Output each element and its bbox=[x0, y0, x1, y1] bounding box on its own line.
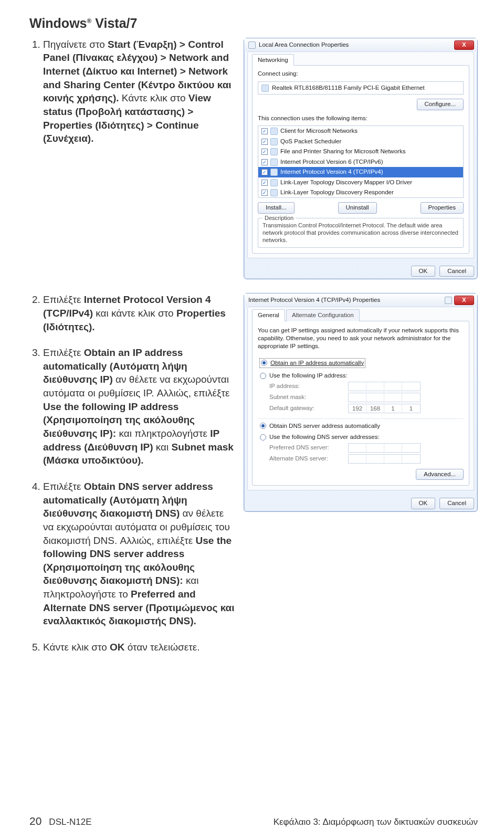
list-item-selected[interactable]: ✓Internet Protocol Version 4 (TCP/IPv4) bbox=[258, 167, 463, 177]
step-1-text-2: Κάντε κλικ στο bbox=[122, 92, 188, 103]
radio-icon bbox=[260, 423, 266, 429]
field-subnet-mask: Subnet mask: bbox=[269, 393, 464, 402]
radio-label: Obtain DNS server address automatically bbox=[269, 422, 380, 431]
title-text: Windows bbox=[29, 16, 87, 30]
step-2: Επιλέξτε Internet Protocol Version 4 (TC… bbox=[43, 293, 237, 333]
cancel-button[interactable]: Cancel bbox=[439, 266, 474, 277]
step-2-text-2: και κάντε κλικ στο bbox=[96, 308, 176, 319]
ip-input[interactable] bbox=[348, 393, 421, 402]
radio-icon bbox=[261, 360, 267, 366]
ipv4-intro-text: You can get IP settings assigned automat… bbox=[258, 327, 464, 350]
ip-input[interactable] bbox=[348, 382, 421, 391]
list-item-label: Internet Protocol Version 6 (TCP/IPv6) bbox=[280, 158, 383, 166]
radio-obtain-dns-auto[interactable]: Obtain DNS server address automatically bbox=[260, 422, 464, 431]
radio-use-following-dns[interactable]: Use the following DNS server addresses: bbox=[260, 433, 464, 442]
field-alternate-dns: Alternate DNS server: bbox=[269, 454, 464, 464]
properties-button[interactable]: Properties bbox=[421, 202, 464, 214]
close-button[interactable]: X bbox=[454, 40, 474, 50]
component-icon bbox=[270, 179, 278, 186]
ip-input[interactable]: 192 168 1 1 bbox=[348, 404, 421, 413]
field-label: Default gateway: bbox=[269, 404, 348, 413]
field-label: Alternate DNS server: bbox=[269, 455, 348, 463]
network-icon bbox=[248, 41, 256, 49]
description-text: Transmission Control Protocol/Internet P… bbox=[262, 222, 459, 244]
component-icon bbox=[270, 128, 278, 135]
ip-input[interactable] bbox=[348, 454, 421, 464]
list-item-label: File and Printer Sharing for Microsoft N… bbox=[280, 148, 405, 156]
tab-alternate-configuration[interactable]: Alternate Configuration bbox=[286, 309, 360, 321]
radio-use-following-ip[interactable]: Use the following IP address: bbox=[260, 372, 464, 380]
list-item-label: Link-Layer Topology Discovery Responder bbox=[280, 188, 394, 197]
tab-general[interactable]: General bbox=[252, 309, 285, 321]
component-icon bbox=[270, 148, 278, 155]
radio-label: Obtain an IP address automatically bbox=[270, 359, 364, 368]
step-5-bold: OK bbox=[110, 642, 125, 653]
field-label: Preferred DNS server: bbox=[269, 444, 348, 452]
install-button[interactable]: Install... bbox=[258, 202, 295, 214]
close-button[interactable]: X bbox=[454, 296, 474, 305]
step-3-text-3: και πληκτρολογήστε bbox=[119, 428, 210, 439]
help-icon[interactable] bbox=[445, 297, 452, 304]
field-label: IP address: bbox=[269, 382, 348, 391]
adapter-name: Realtek RTL8168B/8111B Family PCI-E Giga… bbox=[272, 84, 425, 92]
adapter-field: Realtek RTL8168B/8111B Family PCI-E Giga… bbox=[258, 81, 464, 95]
component-icon bbox=[270, 159, 278, 166]
step-5: Κάντε κλικ στο OK όταν τελειώσετε. bbox=[43, 641, 237, 654]
uses-items-label: This connection uses the following items… bbox=[258, 114, 464, 123]
component-icon bbox=[270, 138, 278, 145]
uninstall-button[interactable]: Uninstall bbox=[338, 202, 377, 214]
list-item[interactable]: ✓Link-Layer Topology Discovery Mapper I/… bbox=[258, 177, 463, 188]
step-4: Επιλέξτε Obtain DNS server address autom… bbox=[43, 480, 237, 628]
dialog-title: Local Area Connection Properties bbox=[259, 41, 349, 49]
page-number: 20 bbox=[29, 814, 41, 828]
ip-input[interactable] bbox=[348, 443, 421, 453]
list-item-label: QoS Packet Scheduler bbox=[280, 138, 341, 146]
step-5-text: Κάντε κλικ στο bbox=[43, 642, 110, 653]
list-item-label: Internet Protocol Version 4 (TCP/IPv4) bbox=[280, 168, 383, 176]
list-item[interactable]: ✓QoS Packet Scheduler bbox=[258, 137, 463, 147]
advanced-button[interactable]: Advanced... bbox=[416, 469, 464, 480]
list-item[interactable]: ✓Client for Microsoft Networks bbox=[258, 126, 463, 137]
list-item[interactable]: ✓Link-Layer Topology Discovery Responder bbox=[258, 187, 463, 198]
title-text-suffix: Vista/7 bbox=[91, 16, 137, 30]
step-3-text-4: και bbox=[156, 442, 172, 453]
connect-using-label: Connect using: bbox=[258, 70, 464, 78]
product-model: DSL-N12E bbox=[49, 816, 91, 828]
description-box: Description Transmission Control Protoco… bbox=[258, 218, 464, 248]
field-default-gateway: Default gateway: 192 168 1 1 bbox=[269, 404, 464, 413]
list-item[interactable]: ✓File and Printer Sharing for Microsoft … bbox=[258, 146, 463, 157]
cancel-button[interactable]: Cancel bbox=[439, 498, 474, 509]
ip-octet: 1 bbox=[384, 404, 402, 413]
step-5-text-2: όταν τελειώσετε. bbox=[128, 642, 200, 653]
ip-octet: 192 bbox=[349, 404, 366, 413]
ok-button[interactable]: OK bbox=[411, 498, 436, 509]
list-item[interactable]: ✓Internet Protocol Version 6 (TCP/IPv6) bbox=[258, 157, 463, 167]
adapter-icon bbox=[261, 85, 269, 92]
step-2-text: Επιλέξτε bbox=[43, 294, 84, 305]
description-caption: Description bbox=[262, 214, 296, 222]
radio-obtain-ip-auto[interactable]: Obtain an IP address automatically bbox=[260, 359, 365, 368]
step-4-text: Επιλέξτε bbox=[43, 481, 84, 492]
dialog-ipv4-properties: Internet Protocol Version 4 (TCP/IPv4) P… bbox=[244, 293, 478, 511]
radio-icon bbox=[260, 434, 266, 441]
configure-button[interactable]: Configure... bbox=[417, 99, 464, 110]
list-item-label: Client for Microsoft Networks bbox=[280, 127, 358, 135]
field-ip-address: IP address: bbox=[269, 382, 464, 391]
page-footer: 20 DSL-N12E Κεφάλαιο 3: Διαμόρφωση των δ… bbox=[29, 814, 478, 828]
step-3: Επιλέξτε Obtain an IP address automatica… bbox=[43, 346, 237, 467]
connection-items-list[interactable]: ✓Client for Microsoft Networks ✓QoS Pack… bbox=[258, 125, 464, 198]
field-label: Subnet mask: bbox=[269, 393, 348, 402]
step-1: Πηγαίνετε στο Start (Έναρξη) > Control P… bbox=[43, 38, 237, 145]
ok-button[interactable]: OK bbox=[411, 266, 436, 277]
chapter-label: Κεφάλαιο 3: Διαμόρφωση των δικτυακών συσ… bbox=[274, 816, 478, 828]
ip-octet: 1 bbox=[402, 404, 420, 413]
list-item-label: Link-Layer Topology Discovery Mapper I/O… bbox=[280, 179, 412, 187]
step-1-text: Πηγαίνετε στο bbox=[43, 39, 108, 50]
dialog-local-area-connection: Local Area Connection Properties X Netwo… bbox=[244, 38, 478, 280]
tab-networking[interactable]: Networking bbox=[252, 54, 294, 66]
page-title: Windows® Vista/7 bbox=[29, 15, 478, 33]
component-icon bbox=[270, 189, 278, 196]
dialog-title: Internet Protocol Version 4 (TCP/IPv4) P… bbox=[248, 296, 380, 305]
field-preferred-dns: Preferred DNS server: bbox=[269, 443, 464, 453]
radio-icon bbox=[260, 373, 266, 379]
